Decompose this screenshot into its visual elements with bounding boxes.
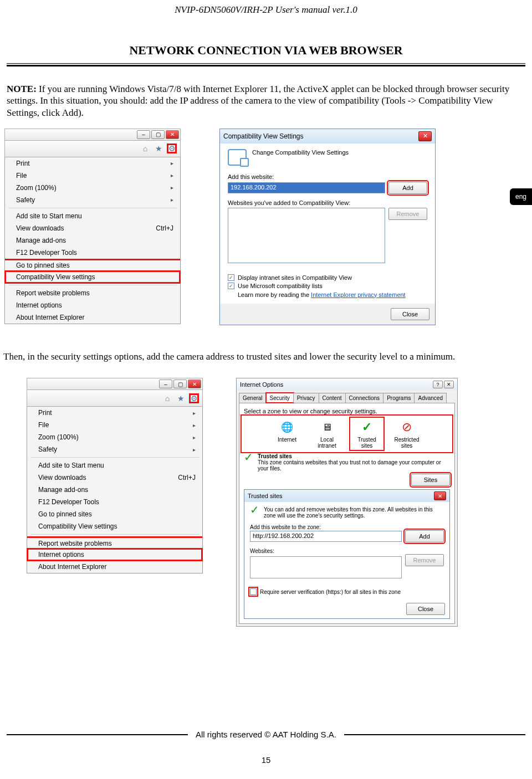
language-tab: eng bbox=[510, 188, 532, 205]
tab-security[interactable]: Security bbox=[266, 393, 294, 403]
doc-header: NVIP-6DN5060V/IRH-2P User's manual ver.1… bbox=[0, 0, 532, 16]
dialog-titlebar: Internet Options ? ✕ bbox=[237, 378, 457, 391]
minimize-button[interactable]: – bbox=[159, 380, 172, 388]
note-label: NOTE: bbox=[7, 84, 37, 94]
ie-toolbar: ⌂ ★ ⚙ bbox=[4, 141, 181, 157]
maximize-button[interactable]: ▢ bbox=[151, 130, 165, 139]
tab-general[interactable]: General bbox=[239, 393, 267, 403]
menu-about-ie[interactable]: About Internet Explorer bbox=[27, 561, 202, 573]
menu-compat-view[interactable]: Compatibility View settings bbox=[27, 520, 202, 532]
checkbox-icon: ✓ bbox=[228, 283, 234, 289]
favorites-icon[interactable]: ★ bbox=[176, 393, 186, 403]
menu-internet-options[interactable]: Internet options bbox=[5, 299, 180, 311]
menu-view-downloads[interactable]: View downloadsCtrl+J bbox=[5, 222, 180, 234]
trusted-check-icon: ✓ bbox=[250, 506, 259, 519]
menu-pinned-sites[interactable]: Go to pinned sites bbox=[5, 259, 180, 271]
home-icon[interactable]: ⌂ bbox=[162, 393, 172, 403]
compat-icon bbox=[228, 149, 247, 166]
dialog-titlebar: Compatibility View Settings ✕ bbox=[220, 129, 435, 144]
menu-view-downloads[interactable]: View downloadsCtrl+J bbox=[27, 472, 202, 484]
note-paragraph: NOTE: If you are running Windows Vista/7… bbox=[7, 83, 525, 119]
close-button[interactable]: Close bbox=[406, 603, 445, 615]
chk-intranet-row[interactable]: ✓ Display intranet sites in Compatibilit… bbox=[228, 274, 427, 281]
menu-print[interactable]: Print bbox=[5, 157, 180, 170]
remove-button[interactable]: Remove bbox=[405, 554, 444, 566]
rule-thin bbox=[7, 63, 525, 64]
close-button[interactable]: ✕ bbox=[434, 491, 446, 500]
menu-compat-view[interactable]: Compatibility View settings bbox=[5, 271, 180, 283]
dialog-title: Trusted sites bbox=[248, 493, 283, 499]
trusted-info: You can add and remove websites from thi… bbox=[264, 506, 444, 519]
add-zone-label: Add this website to the zone: bbox=[250, 524, 444, 530]
window-titlebar: – ▢ ✕ bbox=[4, 129, 181, 141]
tab-content[interactable]: Content bbox=[319, 393, 346, 403]
zone-prompt: Select a zone to view or change security… bbox=[244, 408, 450, 414]
menu-file[interactable]: File bbox=[5, 170, 180, 182]
tools-gear-icon[interactable]: ⚙ bbox=[167, 144, 177, 153]
compat-list-label: Websites you've added to Compatibility V… bbox=[228, 199, 427, 206]
tools-menu: Print File Zoom (100%) Safety Add site t… bbox=[27, 407, 203, 573]
zone-internet[interactable]: Internet bbox=[272, 419, 303, 449]
websites-label: Websites: bbox=[250, 548, 444, 554]
home-icon[interactable]: ⌂ bbox=[140, 144, 150, 153]
menu-pinned-sites[interactable]: Go to pinned sites bbox=[27, 508, 202, 520]
zone-localintranet[interactable]: Local intranet bbox=[311, 419, 342, 449]
compat-listbox[interactable] bbox=[228, 208, 385, 263]
close-button[interactable]: Close bbox=[391, 308, 429, 320]
chk-ms-lists-row[interactable]: ✓ Use Microsoft compatibility lists bbox=[228, 283, 427, 289]
close-button[interactable]: ✕ bbox=[418, 131, 432, 141]
dialog-title: Internet Options bbox=[240, 381, 283, 388]
close-button[interactable]: ✕ bbox=[444, 381, 454, 388]
add-website-input[interactable]: 192.168.200.202 bbox=[228, 182, 385, 193]
tab-privacy[interactable]: Privacy bbox=[293, 393, 319, 403]
menu-manage-addons[interactable]: Manage add-ons bbox=[5, 234, 180, 247]
menu-safety[interactable]: Safety bbox=[27, 443, 202, 455]
require-https-row[interactable]: Require server verification (https:) for… bbox=[250, 588, 444, 595]
zone-trusted[interactable]: Trusted sites bbox=[351, 419, 382, 449]
favorites-icon[interactable]: ★ bbox=[154, 144, 163, 153]
menu-f12[interactable]: F12 Developer Tools bbox=[5, 247, 180, 259]
help-button[interactable]: ? bbox=[433, 381, 443, 388]
page-number: 15 bbox=[0, 755, 532, 765]
menu-f12[interactable]: F12 Developer Tools bbox=[27, 496, 202, 508]
menu-about-ie[interactable]: About Internet Explorer bbox=[5, 311, 180, 324]
add-zone-input[interactable]: http://192.168.200.202 bbox=[250, 531, 402, 542]
close-button[interactable]: ✕ bbox=[188, 380, 201, 388]
menu-zoom[interactable]: Zoom (100%) bbox=[27, 431, 202, 443]
add-button[interactable]: Add bbox=[388, 182, 427, 194]
minimize-button[interactable]: – bbox=[137, 130, 150, 139]
privacy-statement-link[interactable]: Internet Explorer privacy statement bbox=[311, 291, 406, 298]
trusted-check-icon: ✓ bbox=[244, 453, 253, 461]
websites-listbox[interactable] bbox=[250, 556, 402, 578]
menu-print[interactable]: Print bbox=[27, 407, 202, 419]
zone-description: ✓ Trusted sites This zone contains websi… bbox=[244, 453, 450, 472]
add-website-label: Add this website: bbox=[228, 173, 427, 180]
menu-zoom[interactable]: Zoom (100%) bbox=[5, 182, 180, 194]
menu-internet-options[interactable]: Internet options bbox=[27, 549, 202, 561]
menu-report-problems[interactable]: Report website problems bbox=[5, 287, 180, 299]
menu-add-start[interactable]: Add site to Start menu bbox=[27, 459, 202, 472]
maximize-button[interactable]: ▢ bbox=[173, 380, 187, 388]
menu-report-problems[interactable]: Report website problems bbox=[27, 536, 202, 549]
menu-file[interactable]: File bbox=[27, 419, 202, 431]
dialog-title: Compatibility View Settings bbox=[223, 132, 304, 140]
menu-add-start[interactable]: Add site to Start menu bbox=[5, 210, 180, 222]
checkbox-icon bbox=[250, 588, 257, 595]
tab-advanced[interactable]: Advanced bbox=[414, 393, 446, 403]
trusted-sites-dialog: Trusted sites ✕ ✓ You can add and remove… bbox=[244, 489, 450, 619]
internet-options-dialog: Internet Options ? ✕ General Security Pr… bbox=[236, 378, 458, 627]
menu-safety[interactable]: Safety bbox=[5, 194, 180, 206]
zone-restricted[interactable]: Restricted sites bbox=[391, 419, 422, 449]
sites-button[interactable]: Sites bbox=[411, 474, 450, 486]
tab-programs[interactable]: Programs bbox=[383, 393, 415, 403]
menu-manage-addons[interactable]: Manage add-ons bbox=[27, 484, 202, 496]
add-button[interactable]: Add bbox=[405, 530, 444, 542]
mid-paragraph: Then, in the security settings options, … bbox=[3, 351, 525, 362]
ie-tools-menu-popup-2: – ▢ ✕ ⌂ ★ ⚙ Print File Zoom (100%) Safet… bbox=[27, 378, 203, 573]
tools-gear-icon[interactable]: ⚙ bbox=[189, 393, 199, 403]
remove-button[interactable]: Remove bbox=[388, 208, 427, 220]
learn-more-line: Learn more by reading the Internet Explo… bbox=[238, 291, 427, 298]
checkbox-icon: ✓ bbox=[228, 274, 234, 281]
tab-connections[interactable]: Connections bbox=[345, 393, 384, 403]
close-button[interactable]: ✕ bbox=[166, 130, 179, 139]
